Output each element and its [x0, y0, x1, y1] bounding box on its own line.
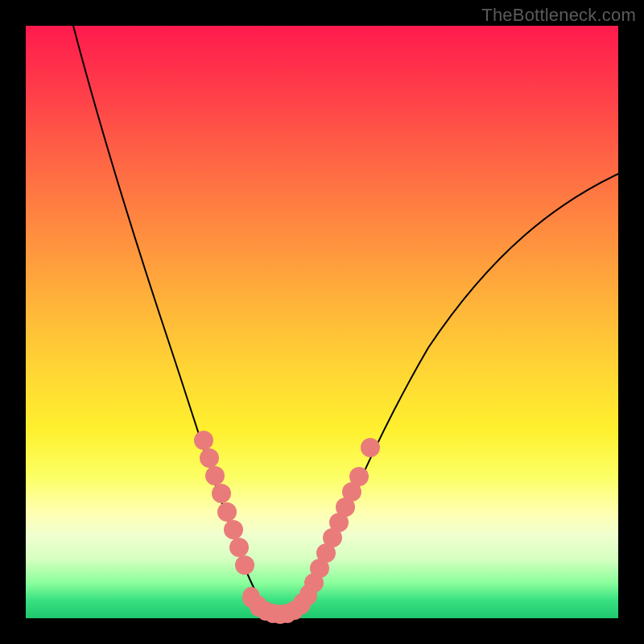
marker-dot: [194, 431, 213, 450]
chart-svg: [26, 26, 618, 618]
marker-dot: [235, 555, 254, 575]
marker-dot: [200, 448, 219, 468]
markers-left-branch: [194, 431, 254, 575]
watermark-text: TheBottleneck.com: [481, 5, 636, 26]
plot-area: [26, 26, 618, 618]
marker-dot: [361, 438, 380, 457]
chart-frame: TheBottleneck.com: [0, 0, 644, 644]
markers-valley: [242, 584, 317, 624]
marker-dot: [349, 467, 369, 486]
marker-dot: [212, 484, 231, 503]
marker-dot: [205, 466, 225, 485]
marker-dot: [224, 520, 243, 539]
marker-dot: [217, 502, 237, 522]
marker-dot: [229, 538, 249, 557]
